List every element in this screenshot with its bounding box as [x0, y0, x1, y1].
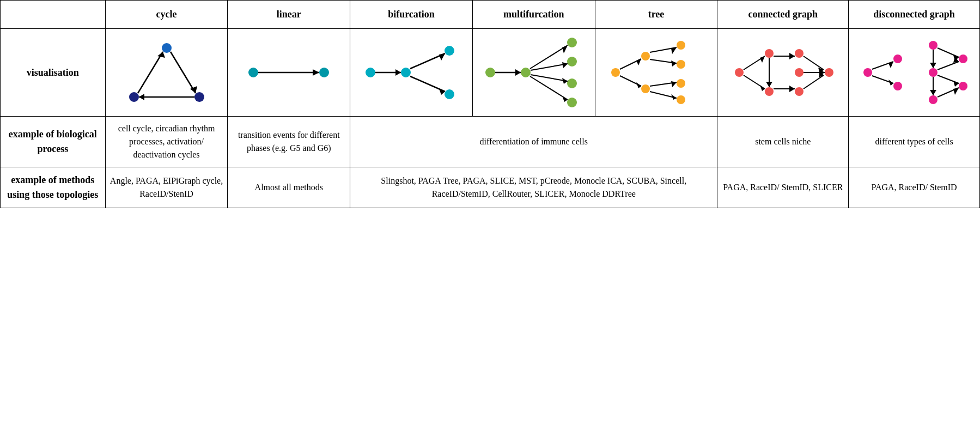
svg-marker-34 — [562, 62, 568, 68]
methods-row: example of methods using those topologie… — [1, 167, 980, 208]
vis-multifurcation — [472, 29, 595, 117]
svg-point-58 — [735, 68, 744, 77]
header-linear: linear — [228, 1, 350, 29]
header-row: cycle linear bifurcation multifurcation … — [1, 1, 980, 29]
svg-point-14 — [401, 68, 411, 77]
header-empty — [1, 1, 106, 29]
svg-line-95 — [938, 62, 959, 70]
svg-point-61 — [795, 49, 804, 58]
svg-point-26 — [567, 57, 577, 66]
svg-marker-20 — [439, 53, 445, 60]
svg-line-75 — [804, 56, 824, 70]
svg-marker-11 — [313, 69, 319, 76]
methods-connected: PAGA, RaceID/ StemID, SLICER — [717, 167, 849, 208]
header-tree: tree — [595, 1, 717, 29]
visualisation-label: visualisation — [1, 29, 106, 117]
svg-line-3 — [138, 52, 163, 93]
svg-point-62 — [795, 68, 804, 77]
svg-marker-104 — [930, 90, 936, 95]
bio-connected: stem cells niche — [717, 117, 849, 167]
svg-point-1 — [194, 92, 204, 102]
header-multifurcation: multifurcation — [472, 1, 595, 29]
svg-marker-47 — [636, 59, 641, 65]
bio-disconnected: different types of cells — [849, 117, 980, 167]
header-cycle: cycle — [105, 1, 228, 29]
svg-point-12 — [319, 68, 329, 77]
svg-point-85 — [929, 68, 938, 77]
bio-process-label: example of biological process — [1, 117, 106, 167]
svg-point-39 — [611, 68, 620, 77]
svg-line-5 — [171, 52, 196, 93]
vis-disconnected — [849, 29, 980, 117]
svg-point-45 — [677, 95, 685, 104]
svg-point-42 — [677, 41, 685, 50]
svg-marker-102 — [930, 63, 936, 68]
vis-cycle — [105, 29, 228, 117]
bio-cycle: cell cycle, circadian rhythm processes, … — [105, 117, 228, 167]
vis-tree — [595, 29, 717, 117]
svg-point-43 — [677, 60, 685, 69]
header-bifurcation: bifurcation — [350, 1, 473, 29]
svg-point-87 — [959, 55, 967, 63]
svg-point-64 — [825, 68, 833, 77]
svg-point-88 — [959, 82, 967, 90]
methods-linear: Almost all methods — [228, 167, 350, 208]
bio-linear: transition events for different phases (… — [228, 117, 350, 167]
vis-bifurcation — [350, 29, 473, 117]
svg-marker-74 — [766, 82, 772, 87]
svg-point-82 — [893, 55, 902, 63]
svg-point-25 — [567, 38, 577, 47]
svg-point-63 — [795, 87, 804, 96]
svg-marker-8 — [139, 94, 144, 100]
svg-point-84 — [929, 41, 938, 50]
svg-point-15 — [445, 46, 454, 56]
svg-point-40 — [641, 52, 650, 60]
svg-point-28 — [567, 98, 577, 107]
svg-point-27 — [567, 78, 577, 88]
svg-line-93 — [938, 48, 959, 57]
svg-marker-4 — [157, 52, 165, 58]
svg-marker-30 — [515, 69, 521, 76]
visualisation-row: visualisation — [1, 29, 980, 117]
svg-marker-32 — [562, 45, 568, 53]
bio-bifurcation-multi-tree: differentiation of immune cells — [350, 117, 717, 167]
svg-point-24 — [521, 68, 531, 77]
svg-point-9 — [248, 68, 258, 77]
vis-connected — [717, 29, 849, 117]
svg-marker-18 — [395, 69, 401, 76]
svg-point-86 — [929, 95, 938, 104]
methods-label: example of methods using those topologie… — [1, 167, 106, 208]
svg-line-77 — [804, 75, 824, 89]
svg-marker-72 — [789, 86, 795, 92]
header-disconnected: disconnected graph — [849, 1, 980, 29]
svg-point-41 — [641, 84, 650, 93]
svg-marker-66 — [760, 56, 765, 63]
svg-marker-98 — [953, 81, 959, 87]
svg-marker-53 — [671, 60, 677, 66]
svg-point-0 — [129, 92, 139, 102]
svg-point-13 — [366, 68, 375, 77]
svg-marker-100 — [953, 88, 959, 95]
bio-process-row: example of biological process cell cycle… — [1, 117, 980, 167]
svg-point-16 — [445, 89, 454, 99]
svg-point-83 — [893, 82, 902, 90]
header-connected: connected graph — [717, 1, 849, 29]
svg-point-81 — [863, 68, 872, 77]
svg-point-23 — [485, 68, 495, 77]
svg-point-59 — [765, 49, 774, 58]
vis-linear — [228, 29, 350, 117]
svg-point-44 — [677, 79, 685, 88]
methods-disconnected: PAGA, RaceID/ StemID — [849, 167, 980, 208]
svg-marker-51 — [671, 47, 677, 54]
svg-point-60 — [765, 87, 774, 96]
svg-point-2 — [162, 43, 172, 53]
methods-bifurcation-multi-tree: Slingshot, PAGA Tree, PAGA, SLICE, MST, … — [350, 167, 717, 208]
svg-marker-70 — [789, 53, 795, 59]
svg-marker-36 — [562, 78, 568, 84]
methods-cycle: Angle, PAGA, EIPiGraph cycle, RaceID/Ste… — [105, 167, 228, 208]
